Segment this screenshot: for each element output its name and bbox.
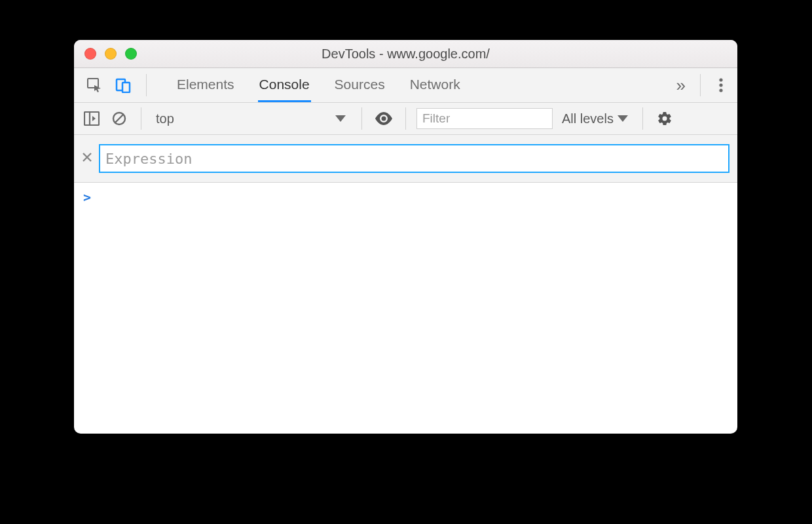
svg-point-10 <box>382 117 386 121</box>
levels-label: All levels <box>562 111 614 126</box>
kebab-menu-icon[interactable] <box>710 74 732 96</box>
more-panels-icon[interactable]: » <box>671 75 691 96</box>
tab-console[interactable]: Console <box>258 68 311 102</box>
tab-label: Sources <box>335 77 385 92</box>
chevron-down-icon <box>335 115 346 122</box>
divider <box>146 74 147 96</box>
tab-label: Console <box>259 77 310 92</box>
live-expression-row <box>74 135 737 183</box>
divider <box>141 107 141 130</box>
tab-elements[interactable]: Elements <box>175 68 236 102</box>
log-levels-selector[interactable]: All levels <box>558 111 632 126</box>
execution-context-selector[interactable]: top <box>152 107 351 130</box>
tab-sources[interactable]: Sources <box>333 68 386 102</box>
context-label: top <box>156 111 174 126</box>
tabstrip-left-tools <box>79 68 158 102</box>
inspect-element-icon[interactable] <box>83 74 105 96</box>
divider <box>405 107 406 130</box>
panel-tabs: Elements Console Sources Network <box>158 68 462 102</box>
tabstrip-right-tools: » <box>671 68 732 102</box>
traffic-lights <box>84 48 137 60</box>
tab-label: Elements <box>177 77 234 92</box>
console-settings-gear-icon[interactable] <box>654 107 676 130</box>
tab-network[interactable]: Network <box>409 68 462 102</box>
console-prompt-caret: > <box>83 189 91 205</box>
devtools-window: DevTools - www.google.com/ <box>74 40 737 434</box>
svg-rect-6 <box>84 112 99 125</box>
divider <box>700 74 701 96</box>
close-window-button[interactable] <box>84 48 96 60</box>
live-expression-eye-icon[interactable] <box>373 107 395 130</box>
toggle-device-toolbar-icon[interactable] <box>112 74 134 96</box>
window-title: DevTools - www.google.com/ <box>74 47 737 62</box>
console-toolbar: top All levels <box>74 103 737 135</box>
console-output-area[interactable]: > <box>74 183 737 212</box>
clear-console-icon[interactable] <box>108 107 130 130</box>
close-icon[interactable] <box>82 152 92 165</box>
divider <box>642 107 643 130</box>
divider <box>361 107 362 130</box>
main-tabstrip: Elements Console Sources Network » <box>74 68 737 103</box>
svg-line-9 <box>115 115 123 122</box>
chevron-down-icon <box>618 115 628 122</box>
zoom-window-button[interactable] <box>125 48 137 60</box>
minimize-window-button[interactable] <box>105 48 117 60</box>
svg-point-5 <box>719 88 722 92</box>
titlebar: DevTools - www.google.com/ <box>74 40 737 68</box>
svg-rect-2 <box>122 83 130 92</box>
svg-point-4 <box>719 83 722 86</box>
live-expression-input[interactable] <box>99 144 729 173</box>
filter-input[interactable] <box>416 108 553 129</box>
toggle-console-sidebar-icon[interactable] <box>81 107 103 130</box>
tab-label: Network <box>410 77 460 92</box>
svg-point-3 <box>719 78 722 81</box>
